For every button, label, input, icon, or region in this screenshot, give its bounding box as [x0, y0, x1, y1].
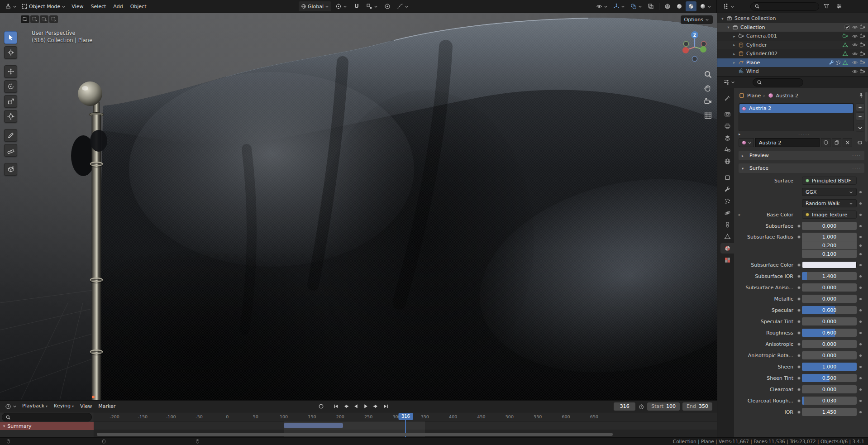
properties-tab-particles[interactable]: [720, 196, 734, 206]
tool-rotate-button[interactable]: [4, 80, 17, 93]
decorator-dot-icon[interactable]: [859, 400, 862, 402]
render-visibility-icon[interactable]: [859, 68, 866, 75]
pivot-dropdown[interactable]: [333, 1, 349, 11]
ior-slider[interactable]: 1.450: [802, 408, 857, 416]
hide-viewport-icon[interactable]: [852, 42, 858, 48]
disclosure-icon[interactable]: ▸: [739, 132, 744, 136]
decorator-dot-icon[interactable]: [859, 236, 862, 238]
socket-dot-icon[interactable]: [797, 411, 801, 414]
sheen-slider[interactable]: 1.000: [802, 363, 857, 371]
properties-tab-output[interactable]: [720, 121, 734, 131]
decorator-dot-icon[interactable]: [859, 332, 862, 334]
menu-select[interactable]: Select: [87, 0, 110, 13]
add-slot-button[interactable]: [856, 103, 864, 111]
panel-surface[interactable]: ▾ Surface ····: [739, 163, 864, 173]
properties-tab-world[interactable]: [720, 156, 734, 167]
playhead-label[interactable]: 316: [399, 413, 413, 420]
snap-toggle[interactable]: [351, 1, 362, 11]
proportional-falloff-dropdown[interactable]: [395, 1, 411, 11]
node-tree-button[interactable]: [855, 138, 864, 147]
image-texture-button[interactable]: Image Texture: [802, 211, 857, 219]
summary-channel[interactable]: ▾ Summary: [0, 422, 94, 430]
menu-view[interactable]: View: [68, 0, 87, 13]
jump-to-end-button[interactable]: [382, 402, 390, 411]
subsurface-aniso-slider[interactable]: 0.000: [802, 283, 857, 292]
properties-editor-button[interactable]: [721, 77, 737, 87]
disclosure-icon[interactable]: ▸: [742, 153, 747, 158]
decorator-dot-icon[interactable]: [859, 191, 862, 193]
outliner-row-cylinder[interactable]: ▸ Cylinder: [717, 41, 868, 50]
tool-tweak-select-button[interactable]: [4, 31, 17, 44]
timeline-menu-playback[interactable]: Playback▾: [19, 400, 51, 412]
properties-search-field[interactable]: [753, 78, 803, 86]
properties-tab-constraints[interactable]: [720, 220, 734, 230]
subsurface-radius-field[interactable]: 1.000: [802, 233, 857, 241]
orientation-dropdown[interactable]: Global: [299, 1, 331, 11]
outliner-row-camera-001[interactable]: ▸ Camera.001: [717, 32, 868, 41]
socket-dot-icon[interactable]: [797, 399, 801, 402]
show-overlays-toggle[interactable]: [628, 1, 644, 11]
slot-list-resize[interactable]: ▸ ·····: [739, 132, 864, 136]
disclosure-icon[interactable]: ▾: [726, 25, 731, 29]
object-visibility-dropdown[interactable]: [594, 1, 610, 11]
exclude-checkbox-icon[interactable]: [844, 24, 850, 30]
tool-cursor-button[interactable]: [4, 46, 17, 59]
render-visibility-icon[interactable]: [859, 51, 866, 57]
panel-preview[interactable]: ▸ Preview ····: [739, 151, 864, 160]
outliner-row-cylinder-002[interactable]: ▸ Cylinder.002: [717, 49, 868, 58]
axis-y-handle[interactable]: [700, 46, 706, 53]
menu-object[interactable]: Object: [127, 0, 150, 13]
select-mode-new-button[interactable]: [21, 15, 29, 23]
render-visibility-icon[interactable]: [859, 59, 866, 66]
outliner-row-wind[interactable]: Wind: [717, 67, 868, 76]
timeline-scrollbar[interactable]: [97, 433, 613, 436]
outliner-search-field[interactable]: [750, 2, 819, 11]
jump-to-start-button[interactable]: [332, 402, 340, 411]
camera-view-icon[interactable]: [704, 97, 712, 106]
next-keyframe-button[interactable]: [372, 402, 380, 411]
socket-dot-icon[interactable]: [797, 354, 801, 357]
principled-bsdf-button[interactable]: Principled BSDF: [802, 177, 857, 185]
axis-minus-z-handle[interactable]: [692, 56, 697, 61]
disclosure-icon[interactable]: ▸: [732, 52, 737, 56]
socket-dot-icon[interactable]: [797, 263, 801, 267]
socket-dot-icon[interactable]: [797, 235, 801, 239]
pan-hand-icon[interactable]: [704, 84, 712, 92]
shading-material-preview-button[interactable]: [686, 1, 696, 11]
decorator-dot-icon[interactable]: [859, 225, 862, 227]
timeline-menu-marker[interactable]: Marker: [95, 401, 119, 412]
decorator-dot-icon[interactable]: [859, 244, 862, 247]
hide-viewport-icon[interactable]: [852, 33, 858, 39]
anisotropic-slider[interactable]: 0.000: [802, 340, 857, 348]
render-visibility-icon[interactable]: [859, 42, 866, 48]
timeline-menu-keying[interactable]: Keying▾: [51, 400, 77, 412]
properties-tab-scene[interactable]: [720, 144, 734, 155]
decorator-dot-icon[interactable]: [859, 264, 862, 266]
prev-keyframe-button[interactable]: [342, 402, 350, 411]
slot-specials-button[interactable]: [856, 124, 864, 132]
timeline-editor-button[interactable]: [3, 402, 19, 412]
decorator-dot-icon[interactable]: [859, 377, 862, 379]
decorator-dot-icon[interactable]: [859, 354, 862, 357]
properties-tab-tool[interactable]: [720, 93, 734, 103]
hide-viewport-icon[interactable]: [852, 68, 858, 75]
properties-tab-render[interactable]: [720, 109, 734, 120]
decorator-dot-icon[interactable]: [859, 253, 862, 255]
socket-dot-icon[interactable]: [797, 331, 801, 335]
menu-add[interactable]: Add: [110, 0, 126, 13]
new-material-button[interactable]: [832, 138, 841, 147]
material-slot[interactable]: Austria 2: [739, 104, 853, 113]
editor-type-button[interactable]: [3, 1, 19, 11]
properties-tab-object-data[interactable]: [720, 231, 734, 242]
anisotropic-rota-slider[interactable]: 0.000: [802, 351, 857, 359]
disclosure-icon[interactable]: ▸: [732, 60, 737, 65]
specular-tint-slider[interactable]: 0.000: [802, 317, 857, 325]
outliner-editor-button[interactable]: [720, 1, 737, 11]
properties-tab-view-layer[interactable]: [720, 133, 734, 143]
tool-move-button[interactable]: [4, 65, 17, 78]
unlink-material-button[interactable]: [843, 138, 852, 147]
decorator-dot-icon[interactable]: [859, 366, 862, 368]
ggx-dropdown[interactable]: GGX: [802, 188, 857, 196]
shading-rendered-button[interactable]: [697, 1, 714, 11]
fake-user-button[interactable]: [821, 138, 830, 147]
